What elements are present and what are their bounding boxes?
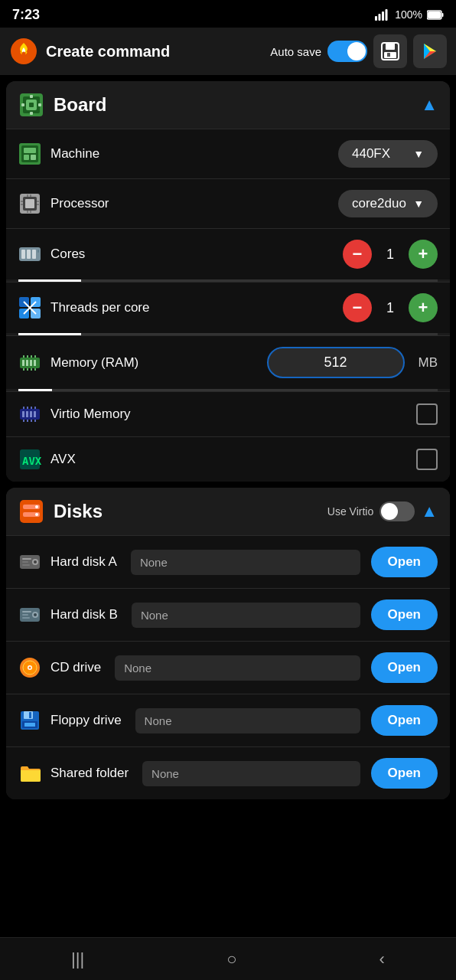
- hard-disk-a-open-button[interactable]: Open: [371, 547, 438, 577]
- svg-rect-94: [22, 614, 28, 616]
- avx-label-wrap: AVX AVX: [18, 448, 76, 471]
- processor-row: Processor core2duo ▼: [6, 178, 450, 228]
- svg-rect-75: [31, 420, 32, 422]
- cores-stepper: − 1 +: [343, 240, 438, 269]
- disks-collapse-button[interactable]: ▲: [421, 501, 438, 521]
- svg-point-86: [34, 560, 37, 564]
- svg-rect-54: [30, 360, 32, 366]
- machine-icon: [18, 142, 41, 165]
- cd-drive-label-wrap: CD drive: [18, 656, 101, 679]
- processor-dropdown[interactable]: core2duo ▼: [338, 190, 438, 217]
- floppy-drive-label: Floppy drive: [50, 713, 122, 728]
- virtio-memory-icon: [18, 403, 41, 426]
- svg-point-92: [34, 613, 37, 616]
- svg-rect-68: [34, 411, 36, 417]
- disks-header-left: Disks: [18, 498, 103, 524]
- svg-rect-60: [23, 368, 24, 371]
- save-button[interactable]: [373, 34, 407, 68]
- disks-section: Disks Use Virtio ▲ Hard disk A None Ope: [6, 488, 450, 799]
- cores-decrement-button[interactable]: −: [343, 240, 372, 269]
- svg-rect-66: [26, 411, 28, 417]
- svg-rect-0: [375, 16, 377, 21]
- cd-drive-open-button[interactable]: Open: [371, 652, 438, 683]
- hard-disk-b-row: Hard disk B None Open: [6, 588, 450, 641]
- svg-rect-70: [27, 407, 28, 409]
- svg-rect-41: [21, 250, 25, 259]
- nav-back-button[interactable]: ‹: [361, 943, 403, 975]
- board-collapse-button[interactable]: ▲: [421, 95, 438, 115]
- auto-save-toggle[interactable]: [327, 41, 367, 62]
- memory-label-wrap: Memory (RAM): [18, 351, 138, 374]
- threads-increment-button[interactable]: +: [409, 293, 438, 322]
- svg-rect-74: [27, 420, 28, 422]
- svg-rect-43: [32, 250, 36, 259]
- board-header: Board ▲: [6, 81, 450, 129]
- virtio-memory-row: Virtio Memory: [6, 391, 450, 436]
- nav-home-button[interactable]: ○: [208, 943, 255, 975]
- svg-rect-44: [37, 250, 39, 253]
- svg-rect-19: [29, 103, 34, 107]
- svg-rect-31: [25, 199, 34, 208]
- play-store-icon: [420, 41, 440, 61]
- play-store-button[interactable]: [413, 34, 447, 68]
- floppy-drive-open-button[interactable]: Open: [371, 705, 438, 736]
- nav-menu-button[interactable]: |||: [53, 943, 103, 975]
- svg-rect-21: [38, 103, 41, 106]
- svg-rect-93: [22, 611, 31, 612]
- svg-rect-32: [21, 201, 23, 202]
- board-section: Board ▲ Machine 440FX ▼: [6, 81, 450, 482]
- shared-folder-open-button[interactable]: Open: [371, 758, 438, 789]
- top-bar-right: Auto save: [270, 34, 447, 68]
- disks-icon: [18, 498, 44, 524]
- svg-rect-5: [428, 11, 441, 18]
- memory-input[interactable]: [305, 354, 366, 371]
- hard-disk-b-open-button[interactable]: Open: [371, 599, 438, 630]
- svg-rect-55: [34, 360, 36, 366]
- battery-text: 100%: [395, 8, 422, 21]
- svg-rect-87: [22, 558, 31, 560]
- svg-rect-20: [21, 103, 24, 106]
- memory-unit: MB: [419, 355, 438, 371]
- machine-label: Machine: [50, 146, 99, 162]
- svg-rect-95: [22, 617, 30, 619]
- app-icon: [9, 37, 38, 66]
- svg-rect-69: [23, 407, 24, 409]
- svg-rect-65: [22, 411, 24, 417]
- board-header-left: Board: [18, 92, 106, 118]
- hard-disk-a-label: Hard disk A: [50, 554, 117, 570]
- machine-dropdown[interactable]: 440FX ▼: [338, 140, 438, 168]
- hard-disk-a-label-wrap: Hard disk A: [18, 550, 117, 573]
- threads-value: 1: [383, 300, 398, 316]
- svg-rect-28: [31, 155, 36, 160]
- floppy-drive-control: None Open: [129, 705, 438, 736]
- svg-rect-34: [37, 201, 39, 202]
- threads-decrement-button[interactable]: −: [343, 293, 372, 322]
- svg-rect-37: [30, 194, 31, 197]
- shared-folder-label: Shared folder: [50, 766, 129, 781]
- cores-increment-button[interactable]: +: [409, 240, 438, 269]
- processor-label: Processor: [50, 196, 109, 211]
- board-icon: [18, 92, 44, 118]
- svg-rect-71: [31, 407, 32, 409]
- threads-stepper: − 1 +: [343, 293, 438, 322]
- svg-rect-52: [22, 360, 24, 366]
- svg-rect-53: [26, 360, 28, 366]
- use-virtio-toggle[interactable]: [379, 501, 415, 521]
- svg-rect-38: [27, 211, 28, 213]
- use-virtio-knob: [381, 503, 398, 520]
- svg-rect-3: [386, 9, 388, 21]
- svg-rect-88: [22, 561, 28, 563]
- avx-checkbox[interactable]: [416, 449, 438, 470]
- svg-rect-58: [31, 355, 32, 358]
- virtio-memory-checkbox[interactable]: [416, 403, 438, 425]
- processor-label-wrap: Processor: [18, 192, 109, 215]
- processor-arrow-icon: ▼: [413, 198, 424, 210]
- memory-label: Memory (RAM): [50, 355, 138, 371]
- cd-drive-control: None Open: [109, 652, 438, 683]
- disks-header: Disks Use Virtio ▲: [6, 488, 450, 535]
- svg-point-99: [29, 667, 31, 669]
- svg-rect-27: [24, 155, 29, 160]
- svg-rect-42: [27, 250, 31, 259]
- signal-icon: [375, 8, 390, 21]
- svg-rect-63: [34, 368, 36, 371]
